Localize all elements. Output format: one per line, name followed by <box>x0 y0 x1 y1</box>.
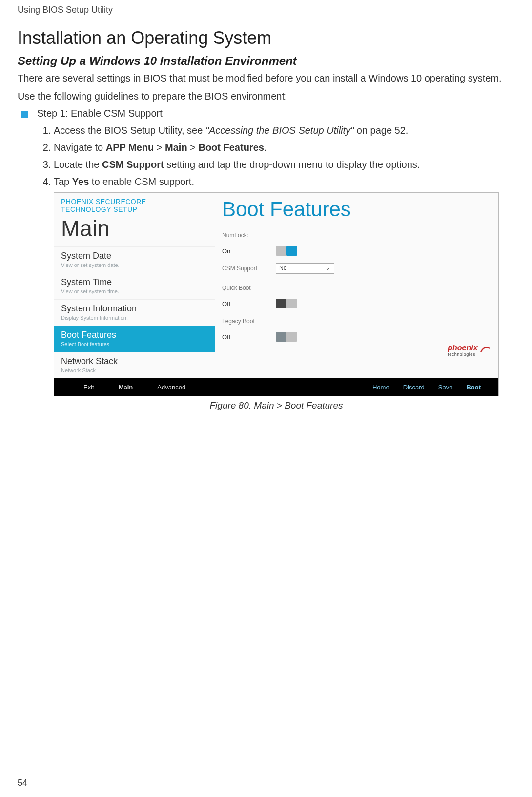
legacy-boot-toggle[interactable] <box>276 332 297 342</box>
brand-line-2: TECHNOLOGY SETUP <box>61 205 208 213</box>
step-2-main: Main <box>165 142 187 153</box>
step-1-a: Access the BIOS Setup Utility, see <box>54 125 205 136</box>
opt-legacy-label: Legacy Boot <box>222 318 276 325</box>
bottom-boot[interactable]: Boot <box>466 384 481 391</box>
phoenix-swoosh-icon <box>480 344 491 353</box>
step-2-a: Navigate to <box>54 142 106 153</box>
nav-system-time-title: System Time <box>61 277 208 287</box>
bios-left-panel: PHOENIX SECURECORE TECHNOLOGY SETUP Main… <box>54 193 215 378</box>
step-2: Navigate to APP Menu > Main > Boot Featu… <box>54 141 514 154</box>
bios-right-panel: Boot Features NumLock: On CSM Support No… <box>215 193 498 378</box>
step-2-app-menu: APP Menu <box>106 142 154 153</box>
nav-boot-features[interactable]: Boot Features Select Boot features <box>54 326 215 352</box>
step-4-c: to enable CSM support. <box>89 176 194 187</box>
opt-numlock-value-row: On <box>222 245 491 257</box>
main-heading: Main <box>54 213 215 246</box>
section-subtitle: Setting Up a Windows 10 Installation Env… <box>18 54 514 68</box>
nav-network-stack[interactable]: Network Stack Network Stack <box>54 352 215 378</box>
bios-bottom-bar: Exit Main Advanced Home Discard Save Boo… <box>54 378 498 396</box>
opt-legacy-boot-label-row: Legacy Boot <box>222 315 491 327</box>
phoenix-brand: PHOENIX SECURECORE TECHNOLOGY SETUP <box>54 193 215 213</box>
bottom-save[interactable]: Save <box>438 384 453 391</box>
bullet-step-1: Step 1: Enable CSM Support <box>21 108 514 119</box>
step-3: Locate the CSM Support setting and tap t… <box>54 158 514 171</box>
step-4-a: Tap <box>54 176 72 187</box>
quick-boot-toggle[interactable] <box>276 299 297 308</box>
page-number: 54 <box>18 778 27 788</box>
nav-network-stack-title: Network Stack <box>61 356 208 367</box>
step-4-yes: Yes <box>72 176 89 187</box>
nav-system-time-sub: View or set system time. <box>61 288 208 294</box>
page-footer: 54 <box>18 775 514 788</box>
nav-network-stack-sub: Network Stack <box>61 368 208 373</box>
nav-system-date-sub: View or set system date. <box>61 262 208 268</box>
bottom-main[interactable]: Main <box>119 384 133 391</box>
bullet-square-icon <box>21 111 28 118</box>
boot-features-title: Boot Features <box>222 198 491 221</box>
nav-boot-features-sub: Select Boot features <box>61 341 208 347</box>
nav-system-date[interactable]: System Date View or set system date. <box>54 246 215 273</box>
opt-legacy-boot-value-row: Off <box>222 330 491 343</box>
opt-quick-boot-value-row: Off <box>222 297 491 310</box>
section-title: Installation an Operating System <box>18 28 514 48</box>
nav-system-information-sub: Display System Information. <box>61 315 208 321</box>
step-2-boot-features: Boot Features <box>198 142 264 153</box>
opt-quick-value: Off <box>222 300 276 307</box>
bottom-exit[interactable]: Exit <box>83 384 94 391</box>
paragraph-1: There are several settings in BIOS that … <box>18 72 514 85</box>
step-3-csm: CSM Support <box>102 159 164 170</box>
figure-caption: Figure 80. Main > Boot Features <box>54 400 499 411</box>
step-2-e: > <box>187 142 199 153</box>
page-header: Using BIOS Setup Utility <box>18 5 514 15</box>
opt-quick-label: Quick Boot <box>222 285 276 291</box>
opt-numlock: NumLock: <box>222 229 491 242</box>
bottom-discard[interactable]: Discard <box>403 384 425 391</box>
step-2-c: > <box>154 142 165 153</box>
step-3-c: setting and tap the drop-down menu to di… <box>164 159 420 170</box>
step-1: Access the BIOS Setup Utility, see "Acce… <box>54 124 514 137</box>
opt-quick-boot-label-row: Quick Boot <box>222 282 491 294</box>
bullet-text: Step 1: Enable CSM Support <box>37 108 163 119</box>
nav-system-time[interactable]: System Time View or set system time. <box>54 273 215 299</box>
numbered-steps: Access the BIOS Setup Utility, see "Acce… <box>54 124 514 188</box>
nav-system-information-title: System Information <box>61 304 208 314</box>
step-1-link: "Accessing the BIOS Setup Utility" <box>205 125 354 136</box>
step-4: Tap Yes to enable CSM support. <box>54 175 514 188</box>
phoenix-logo-text: phoenix <box>448 344 477 352</box>
numlock-toggle[interactable] <box>276 246 297 256</box>
step-3-a: Locate the <box>54 159 102 170</box>
step-1-c: on page 52. <box>354 125 408 136</box>
bottom-home[interactable]: Home <box>372 384 389 391</box>
nav-boot-features-title: Boot Features <box>61 330 208 340</box>
csm-support-select[interactable]: No <box>276 263 334 274</box>
opt-legacy-value: Off <box>222 333 276 341</box>
paragraph-2: Use the following guidelines to prepare … <box>18 90 514 103</box>
opt-csm: CSM Support No <box>222 262 491 275</box>
opt-csm-label: CSM Support <box>222 265 276 272</box>
bottom-advanced[interactable]: Advanced <box>157 384 185 391</box>
phoenix-logo: phoenix technologies <box>448 344 491 357</box>
nav-system-date-title: System Date <box>61 251 208 261</box>
brand-line-1: PHOENIX SECURECORE <box>61 198 208 205</box>
opt-numlock-label: NumLock: <box>222 232 276 239</box>
step-2-g: . <box>264 142 267 153</box>
bios-screenshot: PHOENIX SECURECORE TECHNOLOGY SETUP Main… <box>54 192 499 396</box>
opt-numlock-value: On <box>222 247 276 255</box>
nav-system-information[interactable]: System Information Display System Inform… <box>54 299 215 326</box>
